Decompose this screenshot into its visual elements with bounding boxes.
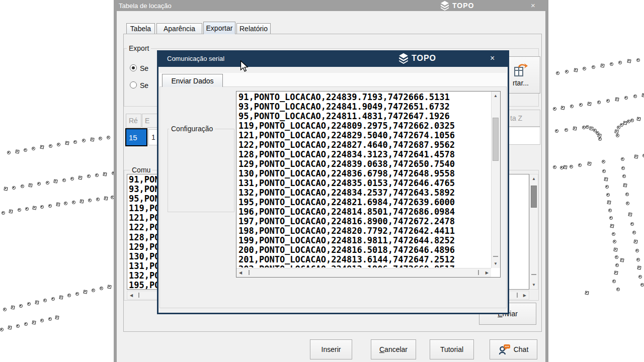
survey-point-marker	[2, 211, 5, 215]
survey-point-marker	[612, 280, 616, 283]
survey-point-marker	[614, 270, 618, 275]
scroll-tick	[478, 270, 479, 275]
scroll-up-icon[interactable]: ▲	[494, 94, 498, 98]
survey-point-marker	[616, 134, 619, 137]
scroll-left-icon[interactable]: ◀	[239, 270, 242, 275]
selected-table-cell[interactable]: 15	[125, 128, 147, 146]
serial-vscroll-thumb[interactable]	[493, 118, 499, 161]
survey-point-marker	[37, 182, 41, 186]
tutorial-button[interactable]: Tutorial	[430, 339, 474, 359]
dialog-close-icon[interactable]: ×	[490, 54, 495, 62]
survey-point-marker	[78, 175, 82, 179]
tab-enviar-dados[interactable]: Enviar Dados	[162, 74, 223, 87]
survey-point-marker	[27, 302, 31, 306]
survey-point-marker	[83, 290, 87, 294]
chat-button-label: Chat	[514, 345, 529, 353]
tab-tabela[interactable]: Tabela	[126, 23, 155, 34]
tab-relatorio[interactable]: Relatório	[236, 23, 271, 34]
radio-option-2[interactable]	[130, 81, 137, 88]
cancelar-button-label: Cancelar	[379, 345, 408, 353]
survey-point-marker	[563, 165, 567, 169]
mouse-cursor	[240, 60, 249, 73]
scroll-down-icon[interactable]: ▼	[494, 261, 498, 266]
scroll-right-icon[interactable]: ▶	[486, 270, 489, 275]
survey-point-marker	[625, 193, 629, 196]
survey-point-marker	[103, 172, 107, 176]
table-cell-cota-z[interactable]	[507, 127, 540, 145]
survey-point-marker	[615, 255, 618, 259]
inserir-button[interactable]: Inserir	[310, 339, 352, 359]
survey-point-marker	[32, 320, 36, 324]
survey-point-marker	[607, 200, 611, 204]
chat-button[interactable]: Chat	[490, 339, 537, 359]
close-icon[interactable]: ×	[531, 2, 535, 9]
survey-point-marker	[553, 165, 556, 169]
survey-point-marker	[32, 147, 35, 150]
survey-point-marker	[578, 163, 582, 167]
survey-point-marker	[73, 140, 77, 144]
comm-vscrollbar[interactable]: ▲ ▼	[529, 174, 538, 290]
survey-point-marker	[59, 295, 63, 299]
survey-point-marker	[628, 212, 632, 216]
survey-point-marker	[622, 174, 626, 178]
survey-point-marker	[618, 61, 622, 64]
scroll-tick	[138, 293, 139, 298]
survey-point-marker	[602, 169, 606, 173]
survey-point-marker	[633, 95, 637, 98]
comm-vscroll-thumb[interactable]	[531, 186, 537, 208]
survey-point-marker	[556, 71, 559, 75]
serial-data-textarea[interactable]: 91,PONTO_LOCACAO,224839.7193,7472666.513…	[236, 91, 501, 278]
scroll-up-icon[interactable]: ▲	[532, 176, 536, 181]
survey-point-marker	[609, 216, 613, 220]
scroll-right-icon[interactable]: ▶	[523, 293, 526, 298]
cancelar-button[interactable]: Cancelar	[371, 339, 416, 359]
survey-point-marker	[627, 59, 631, 63]
survey-point-marker	[598, 137, 602, 141]
survey-point-marker	[632, 231, 636, 234]
survey-point-marker	[641, 93, 644, 97]
survey-point-marker	[623, 183, 627, 187]
survey-point-marker	[630, 222, 634, 226]
scroll-left-icon[interactable]: ◀	[130, 293, 133, 298]
survey-point-marker	[43, 299, 47, 302]
survey-point-marker	[19, 304, 23, 308]
survey-point-marker	[4, 187, 8, 191]
survey-point-marker	[560, 106, 565, 110]
survey-point-marker	[0, 328, 4, 331]
scroll-tick	[249, 270, 250, 275]
survey-point-marker	[55, 315, 59, 319]
survey-point-marker	[95, 173, 99, 177]
radio-option-2-label: Se	[140, 81, 148, 89]
survey-point-marker	[65, 141, 69, 145]
survey-point-marker	[18, 208, 21, 212]
scroll-down-icon[interactable]: ▼	[532, 283, 536, 287]
window-border-right	[545, 0, 548, 362]
survey-point-marker	[72, 201, 75, 204]
window-border-left	[114, 0, 117, 362]
survey-point-marker	[11, 305, 15, 309]
survey-point-marker	[9, 209, 13, 213]
survey-point-marker	[21, 185, 24, 188]
survey-point-marker	[8, 325, 12, 329]
tab-aparencia[interactable]: Aparência	[156, 23, 202, 34]
survey-point-marker	[25, 207, 29, 211]
radio-option-1[interactable]	[130, 64, 137, 71]
survey-point-marker	[49, 144, 52, 148]
export-file-icon	[513, 63, 528, 78]
survey-point-marker	[107, 285, 111, 289]
column-header-cota-z[interactable]: ta Z	[507, 110, 540, 127]
survey-point-marker	[636, 58, 640, 62]
tab-exportar[interactable]: Exportar	[203, 22, 235, 34]
survey-point-marker	[574, 68, 578, 72]
titlebar[interactable]: Tabela de locação TOPO ×	[114, 0, 548, 11]
serial-data-text: 91,PONTO_LOCACAO,224839.7193,7472666.513…	[236, 92, 491, 267]
tutorial-button-label: Tutorial	[440, 345, 463, 353]
survey-point-marker	[636, 258, 640, 261]
dialog-title: Comunicação serial	[167, 55, 224, 62]
survey-point-marker	[565, 128, 568, 132]
survey-point-marker	[40, 205, 44, 209]
serial-vscrollbar[interactable]: ▲ ▼	[491, 92, 500, 268]
column-header-re[interactable]: Ré	[126, 114, 141, 128]
survey-point-marker	[640, 283, 644, 287]
serial-hscrollbar[interactable]: ◀ ▶	[236, 268, 491, 277]
